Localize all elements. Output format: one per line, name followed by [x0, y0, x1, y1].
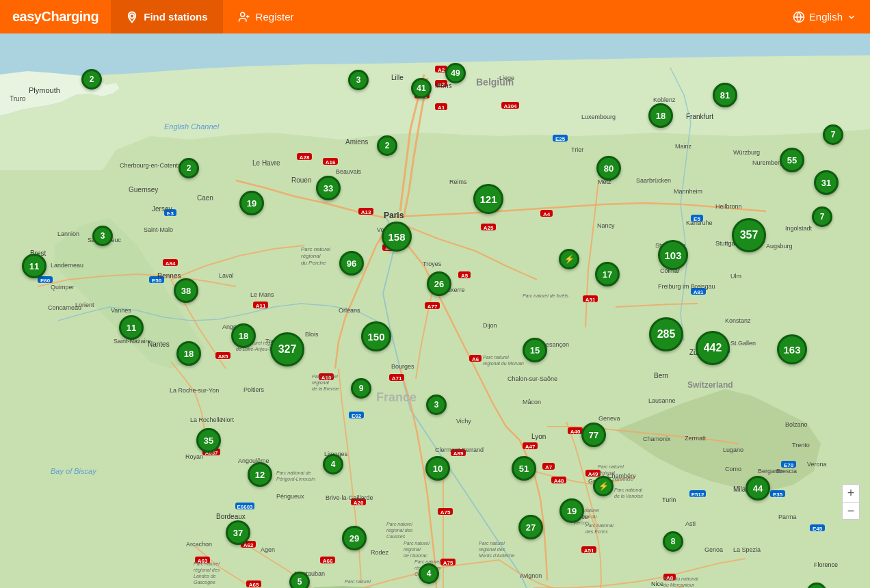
cluster-marker-17[interactable]: 158	[382, 222, 412, 252]
cluster-marker-33[interactable]: 18	[176, 341, 201, 366]
cluster-marker-7[interactable]: 55	[780, 148, 804, 172]
svg-text:Chalon-sur-Saône: Chalon-sur-Saône	[508, 375, 557, 382]
svg-text:A77: A77	[427, 304, 438, 310]
cluster-marker-6[interactable]: 7	[823, 124, 843, 145]
svg-text:A84: A84	[166, 260, 176, 267]
cluster-marker-9[interactable]: 2	[377, 135, 397, 156]
cluster-marker-46[interactable]: 8	[663, 531, 683, 552]
svg-text:régional des: régional des	[479, 547, 505, 552]
svg-text:régional des: régional des	[194, 567, 220, 573]
cluster-marker-15[interactable]: 7	[812, 206, 832, 227]
svg-text:Saint-Malo: Saint-Malo	[144, 226, 173, 233]
zoom-control: + −	[842, 484, 860, 520]
svg-text:de la Vanoise: de la Vanoise	[614, 494, 643, 498]
cluster-marker-41[interactable]: 35	[196, 428, 221, 453]
svg-text:Florence: Florence	[814, 561, 838, 568]
cluster-marker-16[interactable]: 357	[732, 218, 766, 252]
cluster-marker-2[interactable]: 49	[445, 63, 466, 83]
svg-text:Frankfurt: Frankfurt	[686, 113, 713, 120]
cluster-marker-11[interactable]: 31	[814, 170, 839, 195]
zoom-in-button[interactable]: +	[842, 484, 860, 502]
cluster-marker-19[interactable]: 103	[658, 240, 688, 270]
svg-text:Jersey: Jersey	[152, 205, 172, 213]
cluster-marker-32[interactable]: 11	[119, 315, 144, 340]
zoom-out-button[interactable]: −	[842, 502, 860, 520]
svg-text:Bay of Biscay: Bay of Biscay	[51, 467, 97, 475]
cluster-marker-24[interactable]: 11	[22, 254, 47, 278]
cluster-marker-26[interactable]: 285	[649, 317, 683, 351]
cluster-marker-30[interactable]: 163	[777, 334, 807, 364]
cluster-marker-35[interactable]: 15	[523, 338, 547, 362]
cluster-marker-36[interactable]: 3	[426, 395, 447, 415]
svg-text:de la Brenne: de la Brenne	[312, 386, 339, 391]
cluster-marker-18[interactable]: 3	[92, 226, 113, 246]
cluster-marker-22[interactable]: 17	[595, 262, 620, 286]
svg-text:Lyon: Lyon	[531, 433, 546, 440]
svg-text:Turin: Turin	[662, 496, 676, 503]
svg-text:A75: A75	[443, 560, 453, 566]
cluster-marker-21[interactable]: 96	[339, 251, 364, 276]
cluster-marker-20[interactable]: ⚡	[559, 249, 579, 269]
cluster-marker-39[interactable]: 10	[425, 456, 450, 481]
cluster-marker-25[interactable]: 38	[174, 278, 198, 303]
svg-text:Périgueux: Périgueux	[276, 493, 304, 500]
svg-text:Nice: Nice	[651, 580, 663, 587]
cluster-marker-14[interactable]: 121	[473, 184, 503, 214]
svg-text:Concarneau: Concarneau	[48, 304, 81, 311]
svg-text:Switzerland: Switzerland	[687, 380, 733, 390]
find-stations-button[interactable]: Find stations	[111, 0, 222, 34]
cluster-marker-38[interactable]: 51	[512, 456, 536, 481]
register-button[interactable]: Register	[223, 0, 309, 34]
svg-text:Landes de: Landes de	[194, 574, 216, 578]
svg-text:A304: A304	[503, 103, 517, 109]
cluster-marker-12[interactable]: 33	[316, 176, 341, 200]
cluster-marker-48[interactable]: 37	[226, 520, 250, 545]
cluster-marker-37[interactable]: 77	[581, 423, 606, 447]
map-container[interactable]: A16 A28 A13 A85 A10 A71 A6 A5 A7 A31 A4 …	[0, 34, 870, 588]
cluster-marker-27[interactable]: 150	[361, 321, 391, 351]
cluster-marker-44[interactable]: ⚡	[593, 476, 614, 496]
svg-text:A4: A4	[543, 211, 551, 217]
cluster-marker-42[interactable]: 12	[248, 462, 272, 487]
svg-text:Parc national de: Parc national de	[276, 470, 311, 475]
svg-text:Zermatt: Zermatt	[685, 435, 707, 442]
cluster-marker-28[interactable]: 327	[270, 332, 304, 366]
svg-text:Lille: Lille	[391, 74, 404, 81]
chevron-down-icon	[847, 12, 856, 22]
svg-text:Parc naturel: Parc naturel	[598, 464, 624, 469]
svg-text:Liege: Liege	[499, 75, 514, 81]
svg-text:Lausanne: Lausanne	[648, 397, 676, 404]
svg-text:Vichy: Vichy	[456, 418, 471, 425]
svg-text:La Spezia: La Spezia	[733, 546, 761, 553]
svg-text:Bern: Bern	[654, 372, 668, 379]
svg-text:A62: A62	[243, 542, 254, 548]
language-selector[interactable]: English	[793, 11, 870, 23]
cluster-marker-47[interactable]: 27	[518, 515, 543, 539]
cluster-marker-23[interactable]: 26	[427, 271, 451, 296]
cluster-marker-43[interactable]: 44	[746, 476, 770, 500]
user-plus-icon	[238, 11, 250, 23]
map-background: A16 A28 A13 A85 A10 A71 A6 A5 A7 A31 A4 …	[0, 34, 870, 588]
cluster-marker-40[interactable]: 4	[323, 454, 343, 475]
cluster-marker-29[interactable]: 442	[696, 331, 730, 365]
svg-text:Geneva: Geneva	[598, 415, 620, 422]
cluster-marker-50[interactable]: 5	[289, 572, 310, 588]
cluster-marker-3[interactable]: 41	[411, 78, 432, 98]
cluster-marker-34[interactable]: 9	[351, 378, 371, 399]
cluster-marker-31[interactable]: 18	[231, 323, 256, 348]
cluster-marker-4[interactable]: 81	[713, 83, 737, 107]
cluster-marker-51[interactable]: 4	[419, 563, 439, 584]
cluster-marker-10[interactable]: 80	[596, 156, 621, 181]
cluster-marker-13[interactable]: 19	[239, 191, 264, 215]
cluster-marker-45[interactable]: 19	[559, 498, 584, 523]
svg-text:A11: A11	[256, 303, 266, 309]
cluster-marker-1[interactable]: 3	[348, 70, 369, 90]
map-pin-icon	[126, 11, 138, 23]
svg-text:Parc naturel: Parc naturel	[386, 522, 412, 526]
cluster-marker-8[interactable]: 2	[179, 158, 199, 178]
cluster-marker-5[interactable]: 18	[648, 103, 673, 128]
cluster-marker-0[interactable]: 2	[81, 69, 102, 90]
cluster-marker-49[interactable]: 29	[342, 526, 367, 550]
svg-text:Parc naturel: Parc naturel	[404, 541, 430, 546]
svg-text:Poitiers: Poitiers	[243, 386, 265, 393]
